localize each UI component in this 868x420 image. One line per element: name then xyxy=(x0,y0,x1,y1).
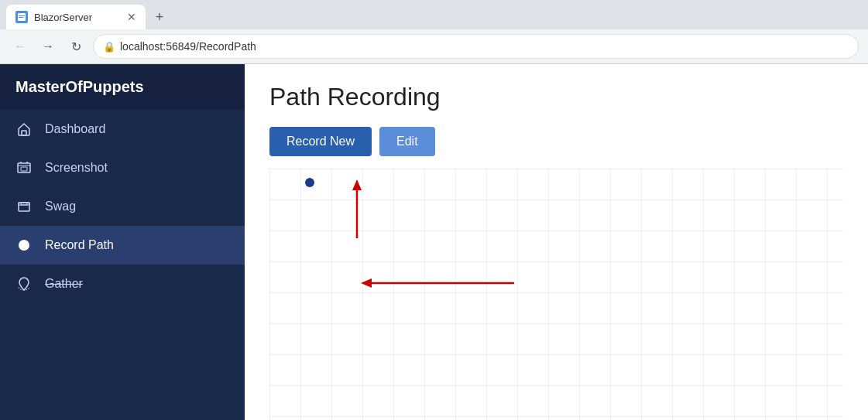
sidebar-item-gather[interactable]: Gather xyxy=(0,265,245,303)
browser-chrome: BlazorServer ✕ + ← → ↻ 🔒 localhost:56849… xyxy=(0,0,868,64)
url-bar[interactable]: 🔒 localhost:56849/RecordPath xyxy=(93,34,859,59)
svg-rect-6 xyxy=(19,203,29,211)
sidebar-item-screenshot[interactable]: Screenshot xyxy=(0,149,245,187)
sidebar-item-label-gather: Gather xyxy=(45,277,83,291)
sidebar-item-label-dashboard: Dashboard xyxy=(45,122,105,136)
sidebar-item-record-path[interactable]: Record Path xyxy=(0,226,245,265)
button-row: Record New Edit xyxy=(269,127,843,156)
svg-rect-3 xyxy=(22,131,26,135)
swag-icon xyxy=(15,198,33,215)
browser-tab[interactable]: BlazorServer ✕ xyxy=(6,5,146,29)
sidebar: MasterOfPuppets Dashboard xyxy=(0,64,245,420)
page-title: Path Recording xyxy=(269,83,843,111)
sidebar-item-label-swag: Swag xyxy=(45,200,76,213)
forward-button[interactable]: → xyxy=(37,36,59,57)
svg-rect-5 xyxy=(21,167,27,171)
sidebar-title: MasterOfPuppets xyxy=(0,64,245,110)
svg-rect-8 xyxy=(21,203,27,205)
sidebar-item-swag[interactable]: Swag xyxy=(0,187,245,226)
sidebar-items: Dashboard Screenshot xyxy=(0,110,245,420)
address-bar: ← → ↻ 🔒 localhost:56849/RecordPath xyxy=(0,29,868,63)
record-new-button[interactable]: Record New xyxy=(269,127,372,156)
gather-icon xyxy=(15,275,33,292)
svg-rect-9 xyxy=(269,169,843,420)
main-content: Path Recording Record New Edit xyxy=(245,64,868,420)
lock-icon: 🔒 xyxy=(103,41,115,53)
sidebar-item-label-screenshot: Screenshot xyxy=(45,161,108,175)
tab-favicon xyxy=(15,11,28,23)
path-dot xyxy=(305,178,314,187)
screenshot-icon xyxy=(15,159,33,176)
sidebar-item-dashboard[interactable]: Dashboard xyxy=(0,110,245,149)
tab-title: BlazorServer xyxy=(34,12,121,23)
back-button[interactable]: ← xyxy=(9,36,31,57)
tab-bar: BlazorServer ✕ + xyxy=(0,0,868,29)
edit-button[interactable]: Edit xyxy=(379,127,435,156)
url-text: localhost:56849/RecordPath xyxy=(120,40,256,53)
grid-canvas xyxy=(269,169,843,420)
svg-rect-2 xyxy=(19,17,23,18)
app-container: MasterOfPuppets Dashboard xyxy=(0,64,868,420)
home-icon xyxy=(15,121,33,138)
sidebar-item-label-record-path: Record Path xyxy=(45,238,114,252)
reload-button[interactable]: ↻ xyxy=(65,36,87,57)
new-tab-button[interactable]: + xyxy=(149,6,170,28)
dot-icon xyxy=(15,237,33,254)
tab-close-button[interactable]: ✕ xyxy=(127,11,136,23)
grid-svg xyxy=(269,169,843,420)
svg-rect-1 xyxy=(19,15,25,16)
